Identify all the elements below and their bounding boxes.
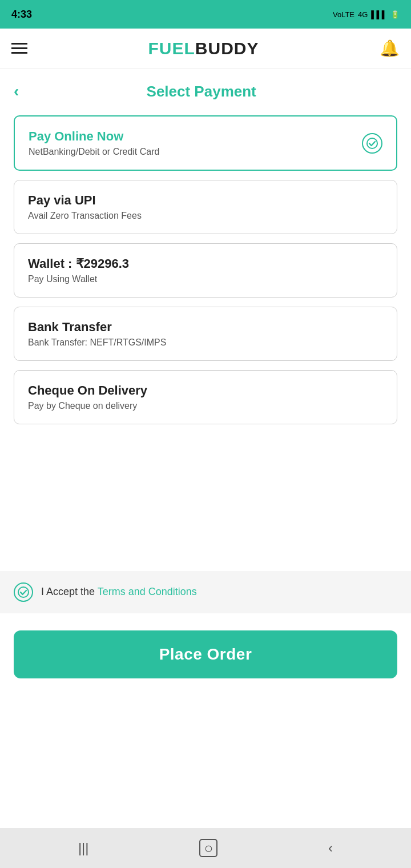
payment-option-online-subtitle: NetBanking/Debit or Credit Card — [29, 147, 159, 157]
recent-apps-button[interactable]: ||| — [78, 840, 89, 856]
notification-bell-icon[interactable]: 🔔 — [380, 39, 400, 58]
app-logo: FUELBUDDY — [148, 39, 259, 58]
terms-prefix-text: I Accept the — [41, 586, 98, 597]
terms-checkbox[interactable] — [14, 582, 33, 602]
system-back-button[interactable]: ‹ — [328, 840, 333, 856]
payment-option-online-title: Pay Online Now — [29, 129, 159, 144]
top-nav: FUELBUDDY 🔔 — [0, 29, 411, 69]
status-bar: 4:33 VoLTE 4G ▌▌▌ 🔋 — [0, 0, 411, 29]
hamburger-menu-button[interactable] — [11, 43, 27, 54]
svg-point-0 — [367, 138, 377, 148]
payment-option-bank-subtitle: Bank Transfer: NEFT/RTGS/IMPS — [28, 337, 166, 348]
payment-option-cheque[interactable]: Cheque On Delivery Pay by Cheque on deli… — [14, 370, 397, 424]
bottom-nav-bar: ||| ○ ‹ — [0, 828, 411, 868]
page-title: Select Payment — [28, 83, 374, 101]
payment-option-upi-content: Pay via UPI Avail Zero Transaction Fees — [28, 193, 142, 221]
payment-option-wallet-title: Wallet : ₹29296.3 — [28, 256, 129, 271]
signal-bars-icon: ▌▌▌ — [371, 10, 387, 19]
payment-option-wallet-content: Wallet : ₹29296.3 Pay Using Wallet — [28, 256, 129, 284]
payment-option-bank-content: Bank Transfer Bank Transfer: NEFT/RTGS/I… — [28, 320, 166, 348]
status-icons: VoLTE 4G ▌▌▌ 🔋 — [333, 10, 400, 19]
payment-option-bank-title: Bank Transfer — [28, 320, 166, 335]
terms-link[interactable]: Terms and Conditions — [98, 586, 197, 597]
payment-option-upi-subtitle: Avail Zero Transaction Fees — [28, 211, 142, 221]
payment-option-bank[interactable]: Bank Transfer Bank Transfer: NEFT/RTGS/I… — [14, 307, 397, 361]
battery-icon: 🔋 — [390, 10, 400, 19]
payment-option-online-content: Pay Online Now NetBanking/Debit or Credi… — [29, 129, 159, 157]
svg-point-1 — [18, 587, 29, 597]
place-order-area: Place Order — [0, 613, 411, 690]
home-button[interactable]: ○ — [199, 839, 217, 857]
payment-option-upi-title: Pay via UPI — [28, 193, 142, 208]
terms-and-conditions-row[interactable]: I Accept the Terms and Conditions — [0, 571, 411, 613]
payment-option-cheque-title: Cheque On Delivery — [28, 383, 147, 398]
logo-buddy-text: BUDDY — [195, 39, 259, 58]
terms-text-wrapper: I Accept the Terms and Conditions — [41, 586, 197, 598]
payment-option-online[interactable]: Pay Online Now NetBanking/Debit or Credi… — [14, 115, 397, 171]
back-button[interactable]: ‹ — [14, 82, 19, 101]
status-time: 4:33 — [11, 9, 32, 21]
payment-option-cheque-subtitle: Pay by Cheque on delivery — [28, 401, 147, 411]
payment-option-upi[interactable]: Pay via UPI Avail Zero Transaction Fees — [14, 180, 397, 234]
payment-option-wallet-subtitle: Pay Using Wallet — [28, 274, 129, 284]
place-order-button[interactable]: Place Order — [14, 630, 397, 678]
payment-option-wallet[interactable]: Wallet : ₹29296.3 Pay Using Wallet — [14, 243, 397, 298]
payment-option-cheque-content: Cheque On Delivery Pay by Cheque on deli… — [28, 383, 147, 411]
signal-icon: 4G — [358, 10, 368, 19]
page-header: ‹ Select Payment — [0, 69, 411, 110]
payment-options-list: Pay Online Now NetBanking/Debit or Credi… — [0, 110, 411, 569]
payment-option-online-check-icon — [362, 133, 382, 154]
logo-fuel-text: FUEL — [148, 39, 195, 58]
volte-icon: VoLTE — [333, 10, 354, 19]
